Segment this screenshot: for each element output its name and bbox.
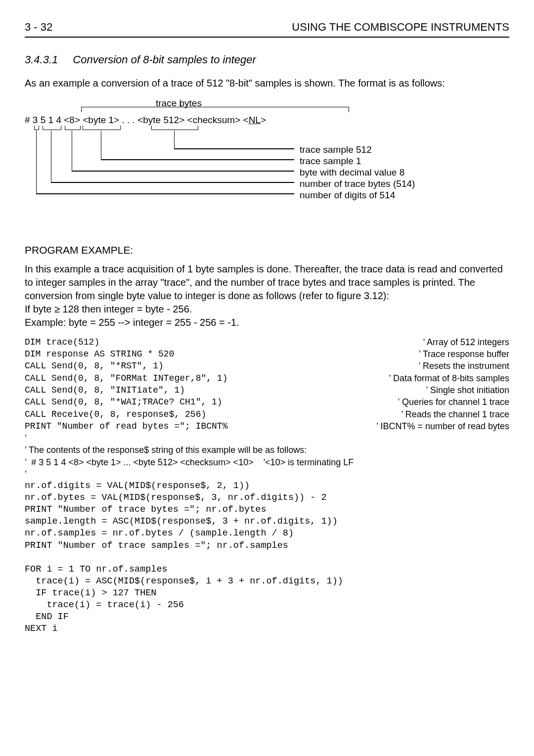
code-comment-line: ’ xyxy=(25,468,509,480)
byte-line-prefix: # 3 5 1 4 <8> <byte 1> . . . <byte 512> … xyxy=(25,115,249,125)
code-comment: ’ Queries for channel 1 trace xyxy=(398,396,509,408)
bracket-byte1 xyxy=(83,126,121,130)
page-header: 3 - 32 USING THE COMBISCOPE INSTRUMENTS xyxy=(25,20,509,38)
intro-paragraph: As an example a conversion of a trace of… xyxy=(25,77,509,90)
label-sample1: trace sample 1 xyxy=(300,155,361,168)
code-comment: ’ Single shot initiation xyxy=(426,384,509,396)
code-text: PRINT "Number of read bytes ="; IBCNT% xyxy=(25,420,227,432)
vline-sample1 xyxy=(101,131,101,159)
bracket-8 xyxy=(65,126,81,130)
byte-line-nl: NL xyxy=(249,115,261,125)
code-comment: ’ Resets the instrument xyxy=(419,360,509,372)
vline-nbytes xyxy=(51,131,51,182)
section-title-text: Conversion of 8-bit samples to integer xyxy=(73,52,256,67)
page-number-left: 3 - 32 xyxy=(25,20,52,35)
code-comment-line: ’ The contents of the response$ string o… xyxy=(25,444,509,456)
bracket-3 xyxy=(34,126,39,130)
diagram-byte-line: # 3 5 1 4 <8> <byte 1> . . . <byte 512> … xyxy=(25,114,266,127)
code-line: DIM trace(512)’ Array of 512 integers xyxy=(25,336,509,348)
code-line: CALL Send(0, 8, "INITiate", 1)’ Single s… xyxy=(25,384,509,396)
hline-ndigits xyxy=(36,193,294,194)
label-byte8: byte with decimal value 8 xyxy=(300,166,404,179)
bracket-byte512 xyxy=(151,126,198,130)
hline-nbytes xyxy=(51,182,294,182)
label-sample512: trace sample 512 xyxy=(300,143,372,156)
code-text: DIM response AS STRING * 520 xyxy=(25,348,174,360)
code-text: DIM trace(512) xyxy=(25,336,99,348)
code-text: CALL Send(0, 8, "*WAI;TRACe? CH1", 1) xyxy=(25,396,222,408)
code-comment-line: ’ xyxy=(25,432,509,444)
hline-byte8 xyxy=(72,171,294,171)
hline-sample512 xyxy=(174,148,294,149)
vline-ndigits xyxy=(36,131,37,193)
section-heading: 3.4.3.1 Conversion of 8-bit samples to i… xyxy=(25,52,509,67)
program-intro-3: Example: byte = 255 --> integer = 255 - … xyxy=(25,316,509,329)
vline-sample512 xyxy=(174,131,175,148)
program-example-heading: PROGRAM EXAMPLE: xyxy=(25,243,509,257)
code-line: PRINT "Number of read bytes ="; IBCNT%’ … xyxy=(25,420,509,432)
code-comment: ’ IBCNT% = number of read bytes xyxy=(376,420,509,432)
label-nbytes: number of trace bytes (514) xyxy=(300,178,415,190)
code-comment: ’ Array of 512 integers xyxy=(423,336,509,348)
code-line: CALL Send(0, 8, "*RST", 1)’ Resets the i… xyxy=(25,360,509,372)
code-line: DIM response AS STRING * 520’ Trace resp… xyxy=(25,348,509,360)
code-text: CALL Receive(0, 8, response$, 256) xyxy=(25,408,206,420)
vline-byte8 xyxy=(72,131,72,171)
code-comment: ’ Data format of 8-bits samples xyxy=(389,372,509,384)
hline-sample1 xyxy=(101,159,294,160)
code-comment: ’ Trace response buffer xyxy=(419,348,509,360)
code-text: CALL Send(0, 8, "FORMat INTeger,8", 1) xyxy=(25,372,227,384)
code-line: CALL Receive(0, 8, response$, 256)’ Read… xyxy=(25,408,509,420)
code-comment-line: ’ # 3 5 1 4 <8> <byte 1> ... <byte 512> … xyxy=(25,456,509,468)
section-number: 3.4.3.1 xyxy=(25,52,58,67)
program-intro-1: In this example a trace acquisition of 1… xyxy=(25,263,509,303)
trace-bytes-diagram: trace bytes # 3 5 1 4 <8> <byte 1> . . .… xyxy=(25,97,509,230)
code-listing: DIM trace(512)’ Array of 512 integers DI… xyxy=(25,336,509,635)
byte-line-suffix: > xyxy=(261,115,266,125)
code-block-rest: nr.of.digits = VAL(MID$(response$, 2, 1)… xyxy=(25,480,509,635)
diagram-top-bracket xyxy=(81,107,349,112)
bracket-514 xyxy=(43,126,61,130)
code-text: CALL Send(0, 8, "INITiate", 1) xyxy=(25,384,185,396)
code-line: CALL Send(0, 8, "*WAI;TRACe? CH1", 1)’ Q… xyxy=(25,396,509,408)
code-comment: ’ Reads the channel 1 trace xyxy=(401,408,509,420)
page-title-right: USING THE COMBISCOPE INSTRUMENTS xyxy=(292,20,509,35)
code-line: CALL Send(0, 8, "FORMat INTeger,8", 1)’ … xyxy=(25,372,509,384)
code-text: CALL Send(0, 8, "*RST", 1) xyxy=(25,360,164,372)
program-intro-2: If byte ≥ 128 then integer = byte - 256. xyxy=(25,303,509,316)
label-ndigits: number of digits of 514 xyxy=(300,189,395,202)
